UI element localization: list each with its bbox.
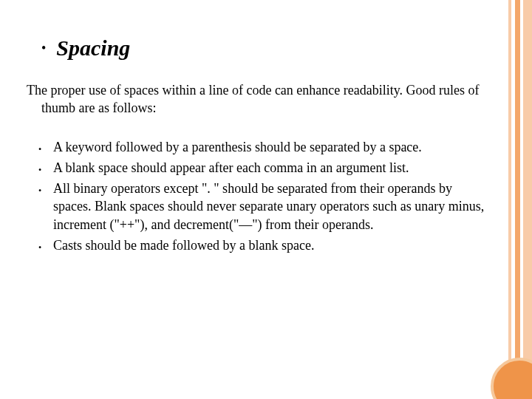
intro-content: The proper use of spaces within a line o… [27,83,480,115]
stripe [523,0,532,399]
slide: • Spacing The proper use of spaces withi… [0,0,532,399]
bullet-text: All binary operators except ". " should … [53,180,491,233]
bullet-icon: • [38,144,44,155]
title-row: • Spacing [41,35,491,61]
decorative-circle [491,358,532,399]
intro-text: The proper use of spaces within a line o… [27,81,491,117]
bullet-text: A blank space should appear after each c… [53,159,409,177]
list-item: • All binary operators except ". " shoul… [38,180,491,233]
bullet-list: • A keyword followed by a parenthesis sh… [38,138,491,255]
bullet-icon: • [41,41,46,56]
list-item: • Casts should be made followed by a bla… [38,236,491,254]
list-item: • A keyword followed by a parenthesis sh… [38,138,491,156]
bullet-icon: • [38,165,44,176]
decorative-stripes [508,0,532,399]
bullet-text: Casts should be made followed by a blank… [53,236,314,254]
bullet-icon: • [38,185,44,197]
stripe [515,0,520,399]
bullet-text: A keyword followed by a parenthesis shou… [53,138,422,156]
slide-title: Spacing [56,35,130,61]
bullet-icon: • [38,242,44,253]
list-item: • A blank space should appear after each… [38,159,491,177]
